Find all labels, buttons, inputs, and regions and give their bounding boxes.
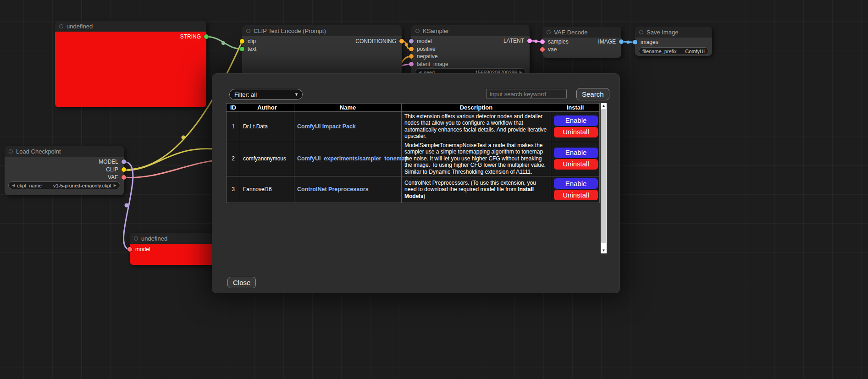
collapse-dot-icon[interactable]	[639, 30, 643, 34]
node-body: MODEL CLIP VAE ◀ ckpt_name v1-5-pruned-e…	[5, 157, 124, 195]
collapse-dot-icon[interactable]	[9, 149, 13, 154]
scroll-down-icon[interactable]: ▼	[601, 248, 607, 253]
enable-button[interactable]: Enable	[554, 115, 598, 126]
close-button[interactable]: Close	[227, 277, 256, 288]
input-slot-text: text	[240, 46, 256, 52]
slot-label: model	[417, 38, 432, 44]
slot-label: CONDITIONING	[355, 38, 396, 44]
input-port-samples[interactable]	[540, 39, 545, 44]
extension-link[interactable]: ComfyUI Impact Pack	[297, 123, 356, 130]
header-id: ID	[227, 104, 240, 112]
input-port-negative[interactable]	[409, 54, 414, 59]
cell-name: ComfyUI Impact Pack	[294, 112, 402, 141]
link-dot-conditioning	[405, 43, 408, 46]
output-slot-image: IMAGE	[598, 38, 624, 45]
widget-arrow-right-icon[interactable]: ▶	[114, 184, 116, 187]
slot-label: latent_image	[417, 61, 448, 67]
search-button[interactable]: Search	[576, 88, 609, 100]
collapse-dot-icon[interactable]	[246, 29, 250, 33]
widget-value: ComfyUI	[685, 49, 705, 54]
node-body: images filename_prefix ComfyUI	[635, 38, 712, 56]
node-title: Load Checkpoint	[16, 148, 61, 155]
widget-arrow-left-icon[interactable]: ◀	[12, 184, 15, 187]
node-undefined-top[interactable]: undefined STRING	[55, 21, 206, 107]
table-scrollbar[interactable]: ▲ ▼	[601, 103, 607, 253]
input-port-text[interactable]	[240, 47, 244, 51]
input-port-vae[interactable]	[540, 47, 545, 52]
node-title: undefined	[66, 23, 93, 30]
node-titlebar[interactable]: Save Image	[635, 27, 712, 38]
input-slot-latent-image: latent_image	[409, 61, 448, 67]
node-titlebar[interactable]: undefined	[55, 21, 206, 32]
enable-button[interactable]: Enable	[554, 178, 598, 189]
node-load-checkpoint[interactable]: Load Checkpoint MODEL CLIP VAE ◀ ckpt_na…	[5, 146, 124, 195]
collapse-dot-icon[interactable]	[547, 30, 551, 34]
table-row: 1 Dr.Lt.Data ComfyUI Impact Pack This ex…	[227, 112, 600, 141]
search-input[interactable]	[486, 89, 567, 99]
extension-table: ID Author Name Description Install 1 Dr.…	[226, 103, 600, 203]
output-port-clip[interactable]	[122, 167, 126, 172]
input-slot-model: model	[409, 38, 432, 44]
extension-link[interactable]: ComfyUI_experiments/sampler_tonemap	[297, 155, 408, 162]
cell-id: 2	[227, 141, 240, 176]
uninstall-button[interactable]: Uninstall	[554, 127, 598, 137]
cell-author: Fannovel16	[240, 176, 294, 203]
output-slot-clip: CLIP	[106, 166, 126, 173]
filter-dropdown-wrap: Filter: all ▼	[229, 89, 303, 100]
filter-select[interactable]: Filter: all	[229, 89, 303, 100]
output-port-latent[interactable]	[527, 38, 532, 43]
node-title: Save Image	[647, 29, 678, 36]
cell-description: This extension offers various detector n…	[402, 112, 551, 141]
cell-id: 1	[227, 112, 240, 141]
input-port-latent-image[interactable]	[409, 62, 414, 66]
slot-label: MODEL	[99, 159, 118, 165]
cell-author: comfyanonymous	[240, 141, 294, 176]
input-slot-vae: vae	[540, 46, 557, 53]
collapse-dot-icon[interactable]	[59, 24, 63, 28]
ckpt-name-widget[interactable]: ◀ ckpt_name v1-5-pruned-emaonly.ckpt ▶	[8, 181, 120, 189]
node-titlebar[interactable]: VAE Decode	[542, 27, 621, 38]
slot-label: model	[135, 246, 150, 253]
node-clip-text-encode[interactable]: CLIP Text Encode (Prompt) clip text COND…	[242, 25, 402, 78]
filename-prefix-widget[interactable]: filename_prefix ComfyUI	[639, 47, 708, 55]
input-port-images[interactable]	[633, 40, 637, 44]
table-row: 2 comfyanonymous ComfyUI_experiments/sam…	[227, 141, 600, 176]
node-save-image[interactable]: Save Image images filename_prefix ComfyU…	[635, 27, 712, 56]
output-port-model[interactable]	[122, 159, 126, 164]
uninstall-button[interactable]: Uninstall	[554, 190, 598, 200]
node-ksampler[interactable]: KSampler model positive negative latent_…	[411, 25, 530, 77]
scroll-thumb[interactable]	[601, 109, 606, 243]
input-port-clip[interactable]	[240, 39, 244, 44]
output-port-vae[interactable]	[122, 175, 126, 180]
node-titlebar[interactable]: CLIP Text Encode (Prompt)	[242, 25, 402, 36]
node-titlebar[interactable]: KSampler	[411, 25, 530, 36]
collapse-dot-icon[interactable]	[415, 29, 420, 33]
slot-label: VAE	[108, 174, 118, 181]
extension-link[interactable]: ControlNet Preprocessors	[297, 186, 369, 192]
slot-label: CLIP	[106, 166, 118, 173]
output-slot-string: STRING	[180, 33, 209, 40]
output-port-image[interactable]	[619, 39, 624, 44]
uninstall-button[interactable]: Uninstall	[554, 159, 598, 170]
extension-table-wrap: ID Author Name Description Install 1 Dr.…	[226, 103, 607, 253]
header-description: Description	[402, 104, 551, 112]
node-titlebar[interactable]: Load Checkpoint	[5, 146, 124, 157]
node-title: VAE Decode	[554, 29, 587, 36]
description-text: ControlNet Preprocessors. (To use this e…	[404, 180, 536, 192]
node-title: KSampler	[423, 27, 449, 34]
link-dot-model	[125, 203, 129, 208]
node-vae-decode[interactable]: VAE Decode samples vae IMAGE	[542, 27, 621, 58]
input-slot-clip: clip	[240, 38, 256, 44]
input-port-model[interactable]	[127, 247, 132, 252]
output-port-string[interactable]	[204, 34, 209, 39]
enable-button[interactable]: Enable	[554, 148, 598, 158]
cell-name: ControlNet Preprocessors	[294, 176, 402, 203]
output-port-conditioning[interactable]	[399, 39, 404, 44]
link-dot-string	[221, 41, 225, 45]
input-port-positive[interactable]	[409, 47, 414, 51]
scroll-up-icon[interactable]: ▲	[601, 103, 607, 109]
description-suffix: )	[423, 193, 425, 199]
header-author: Author	[240, 104, 294, 112]
input-port-model[interactable]	[409, 39, 414, 44]
collapse-dot-icon[interactable]	[134, 236, 138, 241]
